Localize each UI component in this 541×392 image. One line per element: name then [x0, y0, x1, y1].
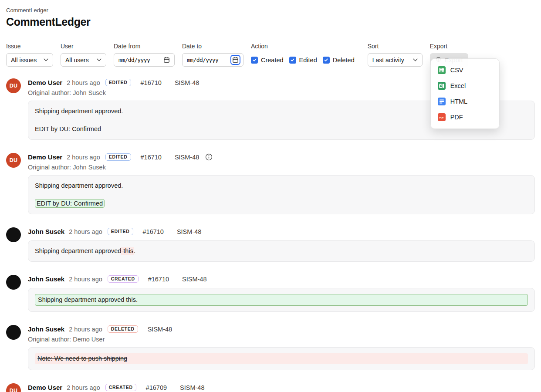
filter-bar: Issue All issues User All users Date fro… — [6, 43, 535, 67]
comment-row: John Susek2 hours agoEDITED#16710SISM-48… — [6, 227, 535, 262]
comment-timestamp: 2 hours ago — [67, 154, 100, 161]
status-badge: EDITED — [105, 79, 131, 87]
checkbox-checked-icon — [289, 57, 296, 64]
sort-group: Sort Last activity — [368, 43, 423, 67]
export-group: Export Export CSV Excel — [430, 43, 468, 67]
deleted-text: this — [121, 247, 134, 255]
original-author-label: Original author: John Susek — [28, 164, 535, 171]
comment-header: Demo User2 hours agoEDITED#16710SISM-48 — [28, 152, 535, 162]
deleted-text-block: Note: We need to push shipping — [35, 353, 528, 364]
avatar: DU — [6, 78, 21, 93]
issue-key: SISM-48 — [182, 276, 206, 283]
pdf-file-icon: PDF — [438, 113, 446, 121]
export-menu-item-label: PDF — [450, 114, 463, 121]
comment-author: Demo User — [28, 384, 62, 391]
comment-body: Shipping department approved this. — [28, 240, 535, 262]
comment-row: John Susek2 hours agoCREATED#16710SISM-4… — [6, 274, 535, 312]
checkbox-edited-label: Edited — [299, 57, 317, 64]
checkbox-deleted[interactable]: Deleted — [323, 57, 355, 64]
user-select-value: All users — [65, 57, 89, 64]
comment-header: John Susek2 hours agoEDITED#16710SISM-48 — [28, 227, 535, 236]
avatar-column — [6, 227, 28, 262]
issue-filter-label: Issue — [6, 43, 53, 50]
comment-content: Demo User2 hours agoEDITED#16710SISM-48O… — [28, 152, 535, 214]
comment-header: John Susek2 hours agoCREATED#16710SISM-4… — [28, 274, 535, 284]
comment-number: #16709 — [146, 384, 167, 391]
html-file-icon — [438, 98, 446, 105]
issue-key: SISM-48 — [148, 326, 172, 333]
comment-header: Demo User2 hours agoCREATED#16709SISM-48 — [28, 383, 535, 392]
export-menu-item-label: HTML — [450, 98, 467, 105]
comment-body: Shipping department approved this. — [28, 288, 535, 312]
checkbox-checked-icon — [323, 57, 330, 64]
comment-timestamp: 2 hours ago — [67, 79, 100, 86]
calendar-icon-focused[interactable] — [231, 56, 240, 64]
date-to-input[interactable]: mm/dd/yyyy — [182, 53, 243, 67]
comment-body-line: Shipping department approved this. — [35, 247, 528, 256]
comment-timestamp: 2 hours ago — [69, 276, 102, 283]
checkbox-deleted-label: Deleted — [333, 57, 355, 64]
avatar — [6, 275, 21, 290]
chevron-down-icon — [413, 58, 418, 61]
comment-row: DUDemo User2 hours agoCREATED#16709SISM-… — [6, 383, 535, 392]
export-menu-item-html[interactable]: HTML — [431, 94, 499, 109]
comment-body-line: Note: We need to push shipping — [35, 353, 528, 364]
status-badge: DELETED — [108, 325, 138, 333]
export-menu-item-excel[interactable]: Excel — [431, 78, 499, 94]
avatar — [6, 227, 21, 242]
user-select[interactable]: All users — [61, 53, 106, 67]
chevron-down-icon — [44, 58, 48, 61]
avatar: DU — [6, 383, 21, 392]
export-menu-item-label: Excel — [450, 82, 466, 89]
comment-content: John Susek2 hours agoDELETEDSISM-48Origi… — [28, 324, 535, 370]
export-menu-item-label: CSV — [450, 67, 463, 74]
avatar — [6, 325, 21, 340]
comment-body-line: Shipping department approved. — [35, 181, 528, 190]
comment-content: Demo User2 hours agoCREATED#16709SISM-48… — [28, 383, 535, 392]
status-badge: EDITED — [105, 153, 131, 161]
info-icon[interactable] — [205, 153, 213, 161]
date-to-group: Date to mm/dd/yyyy — [182, 43, 243, 67]
comment-author: Demo User — [28, 153, 62, 161]
comment-number: #16710 — [148, 276, 169, 283]
breadcrumb: CommentLedger — [6, 7, 535, 14]
sort-select[interactable]: Last activity — [368, 53, 423, 67]
checkbox-created-label: Created — [261, 57, 284, 64]
date-from-value: mm/dd/yyyy — [118, 57, 150, 63]
issue-key: SISM-48 — [177, 228, 201, 235]
comment-timestamp: 2 hours ago — [67, 384, 100, 391]
date-to-value: mm/dd/yyyy — [187, 57, 218, 63]
comment-author: John Susek — [28, 228, 64, 235]
excel-file-icon — [438, 82, 446, 90]
status-badge: EDITED — [108, 228, 133, 236]
inserted-text-block: Shipping department approved this. — [35, 294, 528, 306]
svg-text:PDF: PDF — [439, 116, 444, 119]
page-title: CommentLedger — [6, 16, 535, 28]
comment-body: Note: We need to push shipping — [28, 347, 535, 370]
date-from-group: Date from mm/dd/yyyy — [114, 43, 175, 67]
comment-number: #16710 — [141, 79, 162, 86]
avatar-column — [6, 324, 28, 370]
avatar: DU — [6, 153, 21, 168]
comment-content: John Susek2 hours agoCREATED#16710SISM-4… — [28, 274, 535, 312]
comment-body-line: Shipping department approved this. — [35, 294, 528, 306]
checkbox-checked-icon — [251, 57, 258, 64]
calendar-icon[interactable] — [162, 56, 171, 64]
user-filter-group: User All users — [61, 43, 106, 67]
export-label: Export — [430, 43, 468, 50]
comment-author: John Susek — [28, 325, 64, 333]
checkbox-edited[interactable]: Edited — [289, 57, 317, 64]
comment-row: DUDemo User2 hours agoEDITED#16710SISM-4… — [6, 152, 535, 214]
avatar-column: DU — [6, 152, 28, 214]
export-menu-item-csv[interactable]: CSV — [431, 62, 499, 78]
comment-body: Shipping department approved.EDIT by DU:… — [28, 175, 535, 214]
status-badge: CREATED — [108, 275, 139, 283]
checkbox-created[interactable]: Created — [251, 57, 284, 64]
csv-file-icon — [438, 66, 446, 74]
export-menu-item-pdf[interactable]: PDF PDF — [431, 109, 499, 125]
page: CommentLedger CommentLedger Issue All is… — [0, 0, 541, 392]
date-from-input[interactable]: mm/dd/yyyy — [114, 53, 175, 67]
issue-select[interactable]: All issues — [6, 53, 53, 67]
comment-row: John Susek2 hours agoDELETEDSISM-48Origi… — [6, 324, 535, 370]
comment-timestamp: 2 hours ago — [69, 326, 102, 333]
